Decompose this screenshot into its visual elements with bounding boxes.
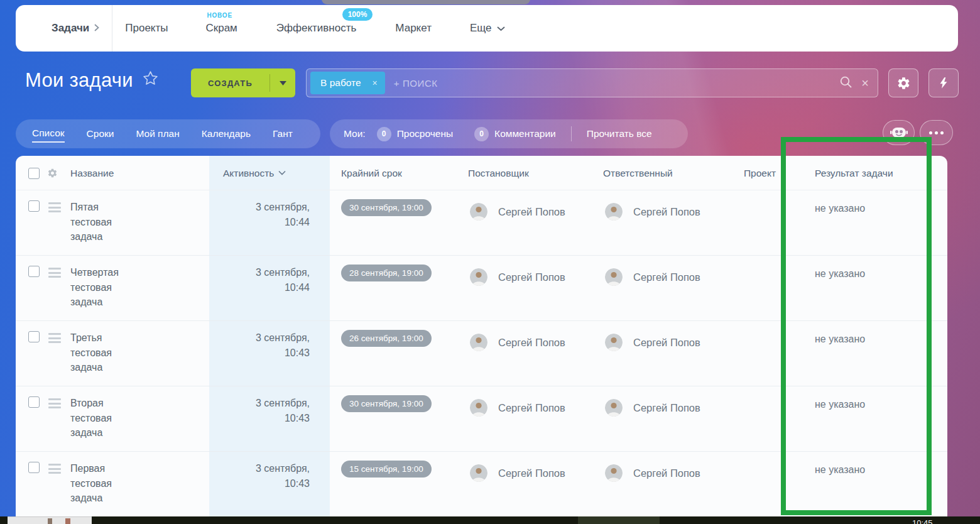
nav-item-projects[interactable]: Проекты <box>125 22 168 35</box>
tab-gantt[interactable]: Гант <box>273 126 293 142</box>
favorite-star-icon[interactable] <box>142 69 159 92</box>
assignee-cell[interactable]: Сергей Попов <box>605 399 700 417</box>
drag-handle-icon[interactable] <box>48 333 61 343</box>
creator-cell[interactable]: Сергей Попов <box>470 203 565 221</box>
row-checkbox[interactable] <box>28 396 40 408</box>
ellipsis-icon <box>929 131 944 134</box>
drag-handle-icon[interactable] <box>48 398 61 408</box>
creator-name: Сергей Попов <box>498 467 565 479</box>
assignee-cell[interactable]: Сергей Попов <box>605 464 700 482</box>
nav-item-scrum[interactable]: НОВОЕ Скрам <box>205 22 237 35</box>
table-settings-gear-icon[interactable] <box>47 156 58 190</box>
efficiency-badge: 100% <box>342 8 373 21</box>
read-all-button[interactable]: Прочитать все <box>587 128 652 139</box>
create-dropdown-button[interactable] <box>270 81 295 85</box>
row-checkbox[interactable] <box>28 462 40 473</box>
task-name-link[interactable]: Третья тестовая задача <box>70 330 139 375</box>
view-tabs: Список Сроки Мой план Календарь Гант <box>16 119 320 148</box>
column-header-creator[interactable]: Постановщик <box>468 156 529 190</box>
comments-count-badge: 0 <box>474 127 489 141</box>
task-name-link[interactable]: Вторая тестовая задача <box>70 396 139 440</box>
assignee-name: Сергей Попов <box>633 271 700 283</box>
drag-handle-icon[interactable] <box>48 464 61 474</box>
column-header-activity[interactable]: Активность <box>223 156 286 190</box>
column-header-name[interactable]: Название <box>70 156 114 190</box>
activity-cell: 3 сентября,10:43 <box>228 461 310 491</box>
app-window: Задачи Проекты НОВОЕ Скрам 100% Эффектив… <box>0 0 980 524</box>
filter-chip-in-progress[interactable]: В работе × <box>310 72 385 94</box>
gear-icon <box>896 76 911 90</box>
assignee-cell[interactable]: Сергей Попов <box>605 334 700 351</box>
nav-scrum-label: Скрам <box>205 22 237 35</box>
creator-cell[interactable]: Сергей Попов <box>470 464 565 482</box>
nav-item-efficiency[interactable]: 100% Эффективность <box>276 22 357 35</box>
result-cell: не указано <box>815 399 865 410</box>
assignee-cell[interactable]: Сергей Попов <box>605 268 700 286</box>
deadline-badge[interactable]: 28 сентября, 19:00 <box>341 265 432 281</box>
nav-item-tasks[interactable]: Задачи <box>52 22 99 35</box>
task-name-link[interactable]: Четвертая тестовая задача <box>70 265 139 310</box>
activity-cell: 3 сентября,10:43 <box>228 396 310 425</box>
chevron-down-icon <box>497 22 505 35</box>
search-placeholder: + ПОИСК <box>394 78 840 89</box>
row-checkbox[interactable] <box>28 331 40 342</box>
drag-handle-icon[interactable] <box>48 202 61 212</box>
counters-label: Мои: <box>344 128 366 139</box>
assignee-cell[interactable]: Сергей Попов <box>605 203 700 221</box>
row-checkbox[interactable] <box>28 266 40 277</box>
nav-market-label: Маркет <box>395 22 432 35</box>
tab-list[interactable]: Список <box>32 125 65 143</box>
deadline-badge[interactable]: 15 сентября, 19:00 <box>341 461 432 478</box>
result-cell: не указано <box>815 268 865 280</box>
avatar <box>605 464 623 482</box>
nav-divider <box>112 5 112 52</box>
creator-cell[interactable]: Сергей Попов <box>470 334 565 351</box>
tab-my-plan[interactable]: Мой план <box>136 126 179 142</box>
activity-cell: 3 сентября,10:44 <box>228 265 310 295</box>
task-name-link[interactable]: Первая тестовая задача <box>70 461 139 506</box>
deadline-badge[interactable]: 30 сентября, 19:00 <box>341 395 432 412</box>
tab-deadlines[interactable]: Сроки <box>87 126 114 142</box>
drag-handle-icon[interactable] <box>48 268 61 278</box>
chevron-right-icon <box>94 22 99 35</box>
search-input[interactable]: В работе × + ПОИСК × <box>306 68 878 97</box>
column-header-project[interactable]: Проект <box>716 156 776 190</box>
create-button[interactable]: СОЗДАТЬ <box>191 68 295 97</box>
overdue-count-badge: 0 <box>377 127 391 141</box>
select-all-checkbox[interactable] <box>28 168 40 179</box>
overdue-filter[interactable]: Просрочены <box>397 128 453 139</box>
column-header-result[interactable]: Результат задачи <box>815 156 893 190</box>
avatar <box>605 268 623 286</box>
deadline-badge[interactable]: 26 сентября, 19:00 <box>341 330 432 347</box>
creator-cell[interactable]: Сергей Попов <box>470 399 565 417</box>
row-checkbox[interactable] <box>28 200 40 212</box>
creator-name: Сергей Попов <box>498 206 565 218</box>
counters-divider <box>571 126 572 141</box>
column-header-deadline[interactable]: Крайний срок <box>341 156 402 190</box>
nav-tasks-label: Задачи <box>52 22 89 35</box>
column-header-assignee[interactable]: Ответственный <box>603 156 673 190</box>
creator-cell[interactable]: Сергей Попов <box>470 268 565 286</box>
avatar <box>605 334 623 351</box>
nav-item-market[interactable]: Маркет <box>395 22 432 35</box>
page-title-text: Мои задачи <box>25 69 133 92</box>
deadline-badge[interactable]: 30 сентября, 19:00 <box>341 199 432 216</box>
nav-item-more[interactable]: Еще <box>470 22 505 35</box>
task-name-link[interactable]: Пятая тестовая задача <box>70 200 139 244</box>
filter-settings-button[interactable] <box>888 68 918 97</box>
assignee-name: Сергей Попов <box>633 206 700 218</box>
taskbar-preview-window[interactable] <box>8 516 92 524</box>
search-icon[interactable] <box>839 75 852 91</box>
automation-button[interactable] <box>928 68 959 97</box>
comments-filter[interactable]: Комментарии <box>494 128 556 139</box>
lightning-icon <box>937 76 950 90</box>
taskbar: 10:45 <box>0 516 980 524</box>
taskbar-app-button[interactable] <box>578 516 660 524</box>
counters-bar: Мои: 0 Просрочены 0 Комментарии Прочитат… <box>330 119 688 148</box>
search-clear-icon[interactable]: × <box>861 77 869 89</box>
copilot-button[interactable] <box>883 120 915 145</box>
tab-calendar[interactable]: Календарь <box>202 126 251 142</box>
result-cell: не указано <box>815 203 865 214</box>
more-options-button[interactable] <box>920 120 953 145</box>
filter-chip-close-icon[interactable]: × <box>373 78 378 88</box>
